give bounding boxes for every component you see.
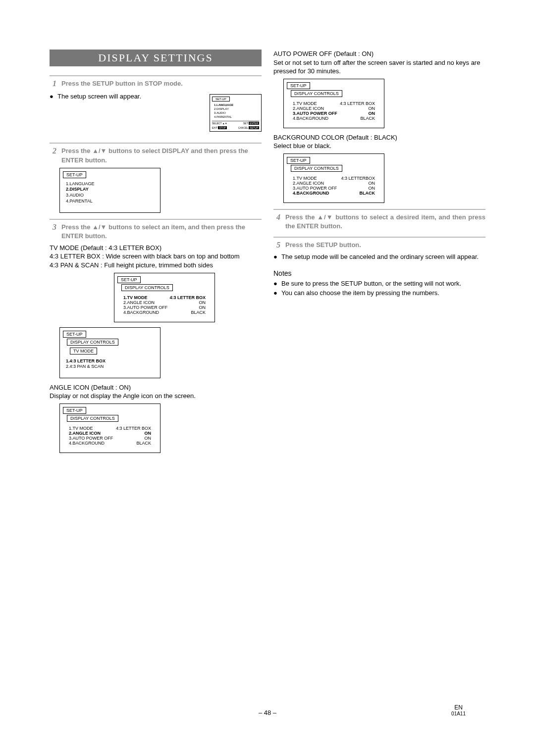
- osd-row-label: 2.ANGLE ICON: [293, 106, 324, 111]
- osd-row-label: 2.ANGLE ICON: [123, 300, 155, 305]
- osd-row-label: 2.ANGLE ICON: [293, 181, 324, 186]
- osd-display-controls: SET-UP DISPLAY CONTROLS 1.TV MODE4:3 LET…: [114, 273, 215, 322]
- osd-screen-small: SET-UP 1.LANGUAGE 2.DISPLAY 3.AUDIO 4.PA…: [210, 94, 262, 132]
- tvmode-heading: TV MODE (Default : 4:3 LETTER BOX): [50, 244, 262, 252]
- osd-row-value: 4:3 LETTERBOX: [341, 176, 375, 181]
- section-title: DISPLAY SETTINGS: [50, 50, 262, 66]
- step-number: 3: [50, 223, 56, 232]
- osd-setup-label: SET-UP: [63, 171, 86, 178]
- setup-appear-text: The setup screen will appear.: [57, 92, 141, 101]
- osd-row-value: ON: [145, 436, 152, 441]
- note-text: Be sure to press the SETUP button, or th…: [281, 279, 461, 288]
- step-5: 5 Press the SETUP button.: [273, 237, 485, 250]
- background-desc: Select blue or black.: [273, 142, 485, 151]
- osd-row-label: 1.TV MODE: [69, 426, 93, 431]
- tvmode-desc-1: 4:3 LETTER BOX : Wide screen with black …: [50, 252, 262, 261]
- osd-screen-menu: SET-UP 1.LANGUAGE 2.DISPLAY 3.AUDIO 4.PA…: [59, 168, 160, 213]
- step-3: 3 Press the ▲/▼ buttons to select an ite…: [50, 219, 262, 241]
- bullet-icon: ●: [273, 289, 278, 298]
- tvmode-desc-2: 4:3 PAN & SCAN : Full height picture, tr…: [50, 261, 262, 270]
- note-item: ● You can also choose the item by pressi…: [273, 289, 485, 298]
- osd-footer: EXIT STOP CANCEL SETUP: [212, 126, 259, 129]
- bullet-icon: ●: [273, 279, 278, 288]
- osd-setup-label: SET-UP: [212, 97, 230, 101]
- osd-row-value: ON: [369, 106, 375, 111]
- osd-row-value: ON: [199, 305, 206, 310]
- bullet-text: ● The setup screen will appear.: [50, 92, 204, 101]
- osd-row-value: BLACK: [360, 116, 375, 121]
- bullet-text: ● The setup mode will be canceled and th…: [273, 252, 485, 261]
- osd-row-value: BLACK: [360, 191, 375, 196]
- angle-heading: ANGLE ICON (Default : ON): [50, 383, 262, 392]
- osd-row-value: BLACK: [191, 310, 206, 315]
- step-number: 1: [50, 79, 56, 88]
- right-column: AUTO POWER OFF (Default : ON) Set or not…: [273, 50, 485, 458]
- osd-row-value: ON: [199, 300, 206, 305]
- bullet-icon: ●: [273, 252, 278, 261]
- osd-row-label: 1.TV MODE: [293, 176, 317, 181]
- osd-row-label: 1.TV MODE: [123, 295, 148, 300]
- step-1: 1 Press the SETUP button in STOP mode.: [50, 75, 262, 88]
- footer-right: EN 01A11: [451, 704, 466, 716]
- osd-row-value: 4:3 LETTER BOX: [169, 295, 206, 300]
- osd-row-label: 3.AUTO POWER OFF: [123, 305, 167, 310]
- osd-setup-label: SET-UP: [287, 157, 310, 164]
- step-number: 2: [50, 147, 56, 155]
- osd-tvmode-submenu: SET-UP DISPLAY CONTROLS TV MODE 1.4:3 LE…: [59, 327, 160, 378]
- osd-row-label: 4.BACKGROUND: [123, 310, 159, 315]
- osd-row-label: 1.TV MODE: [293, 101, 317, 106]
- osd-item-highlight: 2.DISPLAY: [66, 187, 154, 193]
- osd-row-label: 3.AUTO POWER OFF: [293, 186, 337, 191]
- autopoweroff-heading: AUTO POWER OFF (Default : ON): [273, 50, 485, 58]
- notes-heading: Notes: [273, 269, 485, 277]
- angle-desc: Display or not display the Angle icon on…: [50, 392, 262, 401]
- step-text: Press the SETUP button.: [285, 241, 485, 250]
- osd-setup-label: SET-UP: [287, 82, 310, 89]
- osd-option: 1.4:3 LETTER BOX: [66, 358, 154, 364]
- page-footer: – 48 – EN 01A11: [0, 709, 535, 716]
- osd-row-label: 3.AUTO POWER OFF: [69, 436, 113, 441]
- background-heading: BACKGROUND COLOR (Default : BLACK): [273, 133, 485, 142]
- osd-angle-screen: SET-UP DISPLAY CONTROLS 1.TV MODE4:3 LET…: [59, 403, 160, 453]
- osd-display-controls-label: DISPLAY CONTROLS: [291, 90, 342, 97]
- osd-display-controls-label: DISPLAY CONTROLS: [291, 165, 342, 172]
- osd-setup-label: SET-UP: [63, 407, 86, 414]
- osd-row-label: 4.BACKGROUND: [293, 116, 328, 121]
- osd-row-value: ON: [145, 431, 152, 436]
- osd-row-value: 4:3 LETTER BOX: [116, 426, 151, 431]
- osd-row-value: ON: [369, 111, 375, 116]
- osd-row-value: 4:3 LETTER BOX: [340, 101, 375, 106]
- osd-display-controls-label: DISPLAY CONTROLS: [67, 415, 118, 422]
- osd-item: 2.DISPLAY: [214, 107, 257, 111]
- manual-page: DISPLAY SETTINGS 1 Press the SETUP butto…: [0, 0, 535, 756]
- osd-item: 1.LANGUAGE: [214, 103, 257, 107]
- osd-row-label: 4.BACKGROUND: [69, 441, 105, 446]
- osd-footer: SELECT ▲▼ SET ENTER: [212, 121, 259, 125]
- step-4: 4 Press the ▲/▼ buttons to select a desi…: [273, 209, 485, 231]
- step-text: Press the ▲/▼ buttons to select a desire…: [285, 213, 485, 231]
- osd-display-controls-label: DISPLAY CONTROLS: [121, 284, 173, 291]
- osd-display-controls-label: DISPLAY CONTROLS: [67, 339, 118, 346]
- step-text: Press the SETUP button in STOP mode.: [61, 79, 262, 88]
- osd-row-label: 3.AUTO POWER OFF: [293, 111, 337, 116]
- bullet-icon: ●: [50, 92, 54, 101]
- step-number: 5: [273, 241, 280, 250]
- osd-setup-label: SET-UP: [63, 331, 86, 338]
- osd-row-value: BLACK: [136, 441, 151, 446]
- osd-row-label: 2.ANGLE ICON: [69, 431, 101, 436]
- footer-lang: EN: [451, 704, 466, 711]
- step-number: 4: [273, 213, 280, 222]
- two-column-layout: DISPLAY SETTINGS 1 Press the SETUP butto…: [50, 50, 485, 458]
- footer-code: 01A11: [451, 711, 466, 716]
- cancel-text: The setup mode will be canceled and the …: [281, 252, 479, 261]
- osd-row-value: ON: [369, 181, 375, 186]
- step-2: 2 Press the ▲/▼ buttons to select DISPLA…: [50, 143, 262, 164]
- osd-option: 2.4:3 PAN & SCAN: [66, 364, 154, 370]
- autopoweroff-desc: Set or not set to turn off after the scr…: [273, 58, 485, 76]
- osd-item: 3.AUDIO: [66, 193, 154, 199]
- step1-body-row: ● The setup screen will appear. SET-UP 1…: [50, 91, 262, 137]
- osd-row-value: ON: [369, 186, 375, 191]
- note-text: You can also choose the item by pressing…: [281, 289, 439, 298]
- osd-row-label: 4.BACKGROUND: [293, 191, 329, 196]
- left-column: DISPLAY SETTINGS 1 Press the SETUP butto…: [50, 50, 262, 458]
